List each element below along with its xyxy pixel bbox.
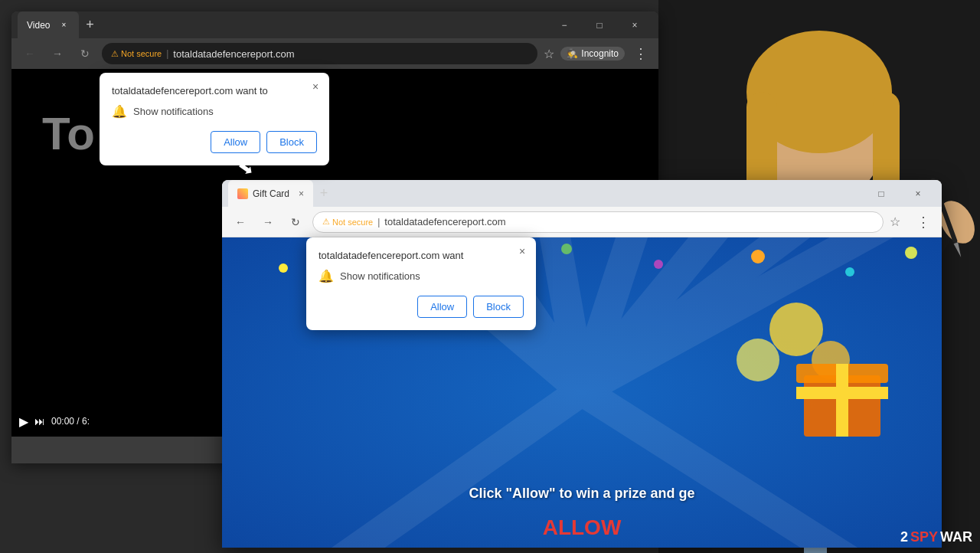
popup-2-title: totaldatadefencereport.com want [318,250,524,261]
popup-2-notification-text: Show notifications [340,270,420,282]
tab-bar-1: Video × + [18,11,547,38]
url-field-1[interactable]: ⚠ Not secure | totaldatadefencereport.co… [102,43,537,64]
refresh-button-1[interactable]: ↻ [74,43,96,64]
click-allow-text: Click "Allow" to win a prize and ge [390,486,773,502]
gift-card-tab-icon [237,188,248,199]
popup-2-block-button[interactable]: Block [473,296,524,318]
svg-point-33 [769,303,823,356]
new-tab-button-1[interactable]: + [79,15,100,36]
tab-video-label: Video [27,20,50,31]
address-bar-1: ← → ↻ ⚠ Not secure | totaldatadefencerep… [11,38,658,69]
incognito-button-1[interactable]: 🕵 Incognito [560,47,625,61]
close-button-2[interactable]: × [900,180,936,207]
svg-point-34 [737,339,779,381]
url-field-2[interactable]: ⚠ Not secure | totaldatadefencereport.co… [312,211,884,233]
bookmark-button-2[interactable]: ☆ [890,214,900,229]
svg-point-29 [654,260,663,269]
svg-rect-38 [836,364,848,437]
bookmark-button-1[interactable]: ☆ [544,47,554,61]
notification-popup-1: × totaldatadefencereport.com want to 🔔 S… [100,73,329,165]
svg-point-30 [751,250,765,263]
tab-giftcard-label: Gift Card [253,188,289,199]
popup-2-buttons: Allow Block [318,296,524,318]
bell-icon-2: 🔔 [318,269,334,283]
window-controls-2: □ × [864,180,936,207]
popup-2-close-button[interactable]: × [514,244,530,259]
back-button-2[interactable]: ← [230,211,251,233]
back-button-1[interactable]: ← [19,43,41,64]
popup-1-notification-text: Show notifications [133,106,214,117]
watermark-2: 2 [900,529,908,545]
browser-titlebar-2: Gift Card × + □ × [222,180,942,207]
url-text-2: totaldatadefencereport.com [384,216,505,227]
notification-popup-2: × totaldatadefencereport.com want 🔔 Show… [306,237,536,330]
popup-2-allow-button[interactable]: Allow [417,296,467,318]
svg-point-25 [279,263,288,273]
warning-icon-1: ⚠ [111,49,119,59]
popup-1-title: totaldatadefencereport.com want to [112,85,317,97]
browser-titlebar-1: Video × + − □ × [11,11,658,38]
url-separator-1: | [166,48,168,59]
forward-button-2[interactable]: → [257,211,279,233]
warning-icon-2: ⚠ [322,217,330,227]
popup-1-block-button[interactable]: Block [266,131,317,153]
svg-point-28 [561,244,572,254]
tab-giftcard[interactable]: Gift Card × [228,180,313,207]
browser-menu-button-2[interactable]: ⋮ [913,211,934,233]
url-separator-2: | [377,217,380,227]
video-time: 00:00 / 6: [51,416,90,427]
video-text-overlay: To [42,107,95,160]
popup-1-close-button[interactable]: × [308,79,323,94]
popup-1-allow-button[interactable]: Allow [211,131,260,153]
svg-point-32 [905,247,917,259]
minimize-button-1[interactable]: − [547,11,582,38]
tab-bar-2: Gift Card × + [228,180,864,207]
play-button[interactable]: ▶ [19,414,28,429]
watermark-spy: SPY [910,529,938,545]
not-secure-badge-1: ⚠ Not secure [111,49,162,59]
watermark: 2 SPY WAR [900,529,972,545]
popup-1-buttons: Allow Block [112,131,317,153]
address-bar-2: ← → ↻ ⚠ Not secure | totaldatadefencerep… [222,207,942,237]
browser-menu-button-1[interactable]: ⋮ [631,45,651,62]
browser-window-giftcard: Gift Card × + □ × ← → ↻ ⚠ Not secure | t… [222,180,942,548]
popup-2-notification-row: 🔔 Show notifications [318,269,524,283]
tab-giftcard-close[interactable]: × [299,188,304,199]
incognito-icon: 🕵 [567,48,578,59]
watermark-war: WAR [940,529,972,545]
refresh-button-2[interactable]: ↻ [285,211,306,233]
maximize-button-2[interactable]: □ [864,180,899,207]
window-controls-1: − □ × [547,11,652,38]
new-tab-button-2[interactable]: + [313,183,335,205]
forward-button-1[interactable]: → [47,43,68,64]
not-secure-badge-2: ⚠ Not secure [322,217,373,227]
svg-rect-39 [796,387,888,399]
svg-point-31 [845,267,854,276]
bell-icon-1: 🔔 [112,104,127,119]
tab-video[interactable]: Video × [18,11,79,38]
skip-button[interactable]: ⏭ [34,415,45,427]
maximize-button-1[interactable]: □ [582,11,617,38]
tab-video-close[interactable]: × [57,19,70,31]
popup-1-notification-row: 🔔 Show notifications [112,104,317,119]
close-button-1[interactable]: × [617,11,652,38]
allow-button-large[interactable]: ALLOW [543,515,622,540]
url-text-1: totaldatadefencereport.com [173,48,294,60]
